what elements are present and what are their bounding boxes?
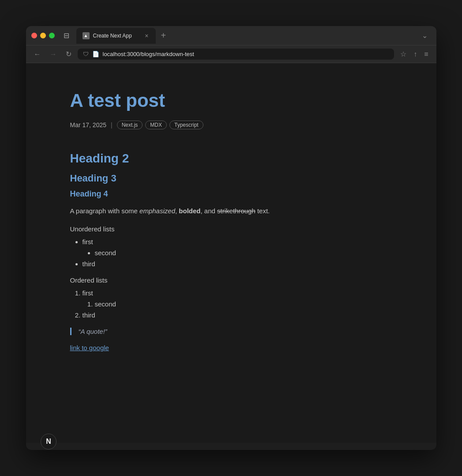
paragraph-suffix: text. (255, 207, 270, 215)
heading-3: Heading 3 (70, 173, 392, 184)
sidebar-toggle-button[interactable]: ⊟ (60, 30, 73, 42)
share-button[interactable]: ↑ (411, 48, 420, 60)
google-link[interactable]: link to google (70, 344, 109, 351)
ordered-list: first second third (83, 289, 392, 319)
refresh-button[interactable]: ↻ (63, 48, 74, 60)
page-icon: 📄 (92, 51, 99, 57)
active-tab[interactable]: ▲ Create Next App × (76, 28, 156, 44)
paragraph-bold: bolded (179, 207, 200, 215)
paragraph-em: emphasized (139, 207, 175, 215)
security-icon: 🛡 (83, 51, 89, 57)
list-item: second (95, 300, 392, 308)
paragraph: A paragraph with some emphasized, bolded… (70, 206, 392, 216)
paragraph-strike: strikethrough (217, 207, 255, 215)
post-title: A test post (70, 90, 392, 112)
nav-bar: ← → ↻ 🛡 📄 localhost:3000/blogs/markdown-… (26, 45, 436, 63)
heading-2: Heading 2 (70, 151, 392, 166)
browser-window: ⊟ ▲ Create Next App × + ⌄ ← → ↻ 🛡 📄 loca… (26, 26, 436, 450)
new-tab-button[interactable]: + (158, 29, 170, 42)
url-display: localhost:3000/blogs/markdown-test (103, 51, 389, 57)
tag-typescript: Typescript (169, 121, 203, 129)
unordered-list: first second third (83, 238, 392, 268)
nav-actions: ☆ ↑ ≡ (398, 48, 431, 60)
close-window-button[interactable] (31, 33, 37, 38)
tag-nextjs: Next.js (117, 121, 143, 129)
nested-ordered-list: second (95, 300, 392, 308)
tags-list: Next.js MDX Typescript (117, 121, 203, 129)
list-item: first second (83, 289, 392, 308)
page-content: A test post Mar 17, 2025 | Next.js MDX T… (26, 63, 436, 443)
tabs-area: ▲ Create Next App × + (76, 28, 418, 44)
list-item: third (83, 260, 392, 268)
tab-close-button[interactable]: × (144, 33, 149, 39)
list-item: second (95, 249, 392, 257)
tag-mdx: MDX (145, 121, 167, 129)
title-bar: ⊟ ▲ Create Next App × + ⌄ (26, 26, 436, 45)
menu-button[interactable]: ≡ (421, 48, 431, 60)
nested-unordered-list: second (95, 249, 392, 257)
minimize-window-button[interactable] (40, 33, 46, 38)
maximize-window-button[interactable] (49, 33, 55, 38)
unordered-label: Unordered lists (70, 225, 392, 233)
post-date: Mar 17, 2025 (70, 121, 107, 128)
traffic-lights (31, 33, 55, 38)
paragraph-mid1: , (175, 207, 177, 215)
tab-favicon-icon: ▲ (83, 32, 90, 39)
heading-4: Heading 4 (70, 189, 392, 199)
list-item: third (83, 311, 392, 319)
blockquote: “A quote!” (70, 328, 392, 335)
back-button[interactable]: ← (31, 49, 44, 60)
post-meta: Mar 17, 2025 | Next.js MDX Typescript (70, 121, 392, 129)
forward-button[interactable]: → (47, 49, 60, 60)
paragraph-prefix: A paragraph with some (70, 207, 140, 215)
nextjs-logo: N (41, 434, 56, 450)
meta-separator: | (111, 121, 113, 128)
paragraph-mid2: , and (201, 207, 215, 215)
expand-button[interactable]: ⌄ (418, 30, 431, 42)
address-bar[interactable]: 🛡 📄 localhost:3000/blogs/markdown-test (78, 49, 394, 60)
tab-title: Create Next App (93, 33, 141, 39)
ordered-label: Ordered lists (70, 276, 392, 284)
bookmark-button[interactable]: ☆ (398, 48, 409, 60)
list-item: first second (83, 238, 392, 257)
